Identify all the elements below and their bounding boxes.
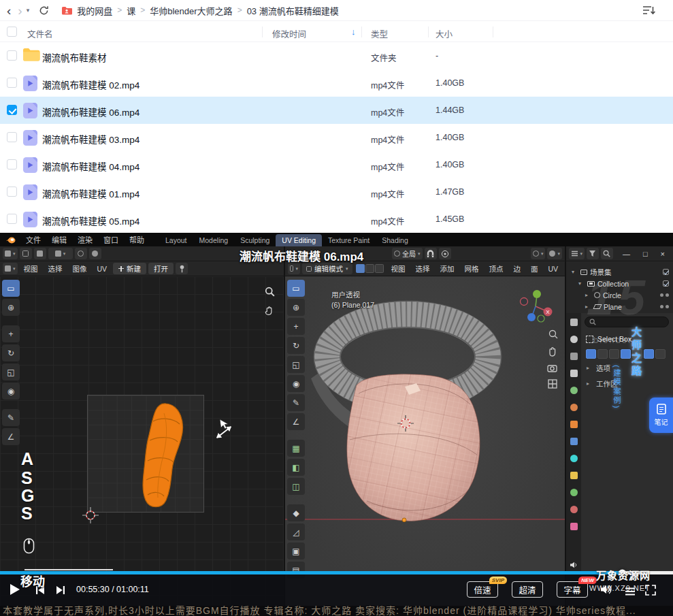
menu-help[interactable]: 帮助	[124, 234, 150, 245]
menu-window[interactable]: 窗口	[98, 234, 124, 245]
back-icon[interactable]: ‹	[7, 4, 11, 17]
constraints-tab-icon[interactable]	[570, 472, 578, 479]
open-image-button[interactable]: 打开	[148, 263, 174, 274]
outliner-filter-icon[interactable]	[587, 248, 599, 259]
quality-button[interactable]: 超清	[512, 581, 543, 598]
scene-tab-icon[interactable]	[570, 387, 578, 394]
vp-menu-add[interactable]: 添加	[436, 263, 459, 274]
snap-magnet-icon[interactable]	[425, 248, 437, 259]
history-dropdown-icon[interactable]: ▾	[27, 7, 30, 14]
breadcrumb-item[interactable]: 我的网盘	[77, 4, 112, 17]
render-visibility-icon[interactable]	[666, 305, 669, 308]
vp-menu-uv[interactable]: UV	[544, 265, 563, 273]
tool-rotate[interactable]: ↻	[287, 337, 305, 354]
tool-loop-cut[interactable]: ◿	[287, 523, 305, 540]
speed-button[interactable]: 倍速SVIP	[467, 581, 498, 598]
pivot-point-icon[interactable]	[75, 248, 87, 259]
tool-tab-icon[interactable]	[570, 319, 578, 326]
tool-box-select[interactable]: ▭	[2, 280, 20, 297]
editor-type-uv-dropdown[interactable]: ▾	[3, 248, 18, 259]
tab-shading[interactable]: Shading	[376, 234, 414, 246]
notes-widget-button[interactable]: 笔记	[649, 398, 673, 433]
output-tab-icon[interactable]	[570, 353, 578, 360]
select-mode-icons[interactable]	[356, 264, 384, 273]
viewport-side-icons[interactable]	[548, 331, 557, 389]
row-checkbox[interactable]	[7, 132, 17, 142]
breadcrumb-item-current[interactable]: 03 潮流帆布鞋精细建模	[247, 4, 339, 17]
tool-add-cube[interactable]: ▦	[287, 440, 305, 457]
breadcrumb-item[interactable]: 课	[127, 4, 135, 17]
panel-options[interactable]: ▸选项	[581, 359, 673, 374]
overlays-toggle-icon[interactable]: ▾	[531, 248, 546, 259]
world-tab-icon[interactable]	[570, 404, 578, 411]
uv-menu-view[interactable]: 视图	[20, 263, 42, 274]
playlist-icon[interactable]	[625, 586, 636, 598]
viewlayer-tab-icon[interactable]	[570, 370, 578, 377]
forward-icon[interactable]: ›	[18, 4, 22, 17]
tab-layout[interactable]: Layout	[159, 234, 193, 246]
proportional-editing-icon[interactable]	[439, 248, 451, 259]
tool-box-select[interactable]: ▭	[287, 280, 305, 297]
render-tab-icon[interactable]	[570, 336, 578, 343]
breadcrumb-item[interactable]: 华帅blender大师之路	[150, 4, 232, 17]
tab-sculpting[interactable]: Sculpting	[234, 234, 276, 246]
tab-modeling[interactable]: Modeling	[193, 234, 235, 246]
tool-move[interactable]: +	[287, 318, 305, 335]
row-checkbox[interactable]	[7, 187, 17, 197]
tool-move[interactable]: +	[2, 325, 20, 342]
properties-tab-strip[interactable]	[566, 313, 581, 606]
vp-menu-vertex[interactable]: 顶点	[485, 263, 508, 274]
uv-editor[interactable]: ▭ ⊕ + ↻ ◱ ◉ ✎ ∠	[0, 276, 284, 606]
refresh-icon[interactable]	[39, 5, 49, 16]
tool-variant-icon[interactable]	[586, 349, 596, 359]
minimize-icon[interactable]: —	[617, 250, 636, 258]
object-tab-icon[interactable]	[570, 421, 578, 428]
file-row[interactable]: 潮流帆布鞋素材 文件夹 -	[0, 42, 673, 69]
tool-measure[interactable]: ∠	[287, 413, 305, 430]
collection-checkbox-icon[interactable]	[663, 269, 669, 275]
nav-gizmo[interactable]: X	[521, 290, 553, 322]
column-name[interactable]: 文件名	[27, 27, 53, 40]
volume-icon[interactable]	[600, 585, 612, 597]
menu-file[interactable]: 文件	[20, 234, 46, 245]
file-row[interactable]: 潮流帆布鞋建模 04.mp4 mp4文件 1.40GB	[0, 151, 673, 178]
vp-menu-mesh[interactable]: 网格	[461, 263, 483, 274]
file-row[interactable]: 潮流帆布鞋建模 05.mp4 mp4文件 1.45GB	[0, 206, 673, 233]
panel-workspace[interactable]: ▸工作区	[581, 374, 673, 390]
vp-menu-select[interactable]: 选择	[412, 263, 434, 274]
visibility-icon[interactable]	[660, 293, 663, 297]
zoom-icon[interactable]	[263, 285, 276, 298]
row-checkbox[interactable]	[7, 50, 17, 61]
uv-toggle-icon[interactable]	[34, 248, 46, 259]
visibility-icon[interactable]	[660, 305, 663, 308]
tool-bevel[interactable]: ◆	[287, 504, 305, 521]
tool-extrude[interactable]: ◧	[287, 459, 305, 476]
file-row-selected[interactable]: 潮流帆布鞋建模 06.mp4 mp4文件 1.44GB	[0, 97, 673, 124]
column-size[interactable]: 大小	[436, 27, 453, 40]
vp-menu-edge[interactable]: 边	[510, 263, 525, 274]
editor-type-3d-dropdown[interactable]: ▾	[288, 263, 300, 274]
tool-variant-icon[interactable]	[644, 349, 654, 359]
tool-inset[interactable]: ◫	[287, 478, 305, 495]
play-button[interactable]	[9, 583, 20, 598]
menu-edit[interactable]: 编辑	[46, 234, 72, 245]
uv-toggle-icon[interactable]	[20, 248, 32, 259]
file-row[interactable]: 潮流帆布鞋建模 02.mp4 mp4文件 1.40GB	[0, 69, 673, 97]
tool-knife[interactable]: ▣	[287, 542, 305, 560]
snap-icon[interactable]	[89, 248, 101, 259]
tab-texture-paint[interactable]: Texture Paint	[322, 234, 376, 246]
orientation-dropdown[interactable]: 全局▾	[392, 248, 423, 259]
shading-mode-icon[interactable]: ▾	[547, 248, 562, 259]
pan-hand-icon[interactable]	[263, 304, 276, 317]
editor-type-image-dropdown[interactable]: ▾	[3, 263, 18, 274]
tool-scale[interactable]: ◱	[287, 356, 305, 373]
tool-rotate[interactable]: ↻	[2, 344, 20, 361]
maximize-icon[interactable]: □	[638, 250, 653, 258]
select-all-checkbox[interactable]	[7, 27, 17, 37]
modifier-tab-icon[interactable]	[570, 438, 578, 445]
pin-icon[interactable]	[176, 263, 188, 274]
tool-measure[interactable]: ∠	[2, 428, 20, 445]
tool-cursor[interactable]: ⊕	[2, 299, 20, 316]
blender-logo-icon[interactable]	[5, 236, 16, 244]
mode-dropdown[interactable]: 编辑模式▾	[302, 263, 352, 274]
